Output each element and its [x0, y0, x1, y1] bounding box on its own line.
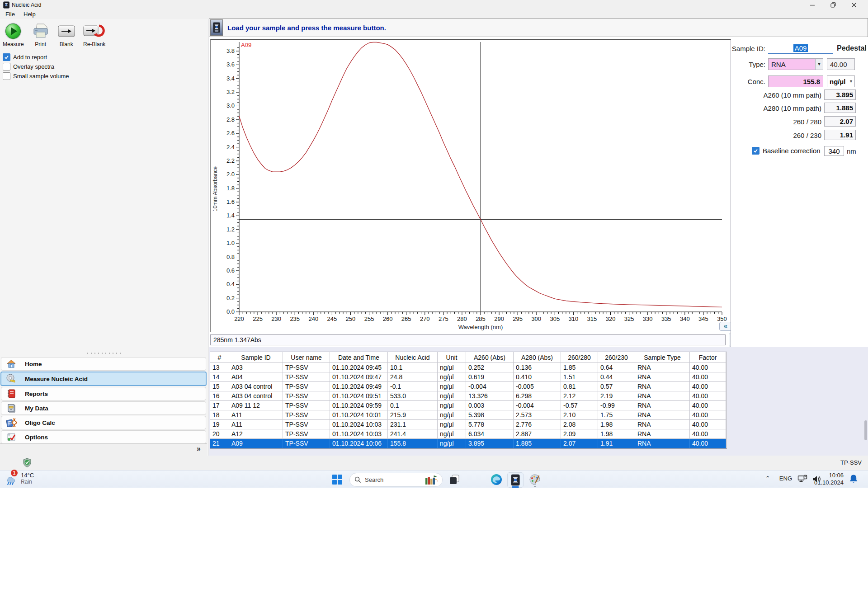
table-cell: 01.10.2024 10:03 [330, 429, 388, 439]
table-header-cell[interactable]: 260/280 [561, 352, 598, 363]
start-button[interactable] [330, 472, 345, 487]
print-button[interactable]: Print [29, 20, 52, 48]
close-button[interactable] [844, 0, 864, 10]
table-cell: ng/µl [438, 391, 466, 401]
type-dropdown[interactable]: RNA ▼ [768, 58, 823, 70]
sidebar-item-my-data[interactable]: My Data [1, 401, 206, 415]
table-row[interactable]: 16A03 04 controlTP-SSV01.10.2024 09:5153… [210, 391, 726, 401]
baseline-unit-label: nm [847, 147, 860, 155]
sidebar-item-reports[interactable]: Reports [1, 387, 206, 400]
checkbox-checked-icon [3, 53, 10, 61]
table-header-cell[interactable]: 260/230 [598, 352, 635, 363]
table-header-cell[interactable]: Unit [438, 352, 466, 363]
spectrum-chart[interactable]: 2202252302352402452502552602652702752802… [210, 39, 733, 332]
table-cell: 1.51 [561, 372, 598, 382]
table-header-cell[interactable]: Sample ID [229, 352, 283, 363]
taskbar-search[interactable]: Search [349, 473, 443, 487]
table-cell: 3.895 [466, 439, 514, 448]
overlay-spectra-checkbox[interactable]: Overlay spectra [3, 62, 69, 71]
table-header-cell[interactable]: Nucleic Acid [388, 352, 438, 363]
svg-text:350: 350 [717, 315, 727, 322]
edge-browser-button[interactable] [489, 472, 504, 487]
table-row[interactable]: 18A11TP-SSV01.10.2024 10:01215.9ng/µl5.3… [210, 410, 726, 420]
sidebar-expand-bar[interactable]: » [0, 443, 207, 456]
ratio-260-230-field: 1.91 [824, 130, 856, 140]
table-row[interactable]: 19A11TP-SSV01.10.2024 10:03231.1ng/µl5.7… [210, 420, 726, 429]
svg-text:1.8: 1.8 [226, 185, 235, 192]
collapse-panel-button[interactable]: « [719, 322, 732, 331]
table-header-cell[interactable]: User name [283, 352, 330, 363]
restore-button[interactable] [823, 0, 844, 10]
sidebar-item-label: Options [25, 434, 48, 441]
task-view-button[interactable] [447, 472, 462, 487]
measure-button[interactable]: Measure [1, 20, 26, 48]
table-cell: A11 [229, 420, 283, 429]
table-row[interactable]: 17A09 11 12TP-SSV01.10.2024 09:590.1ng/µ… [210, 401, 726, 410]
baseline-correction-label: Baseline correction [763, 147, 821, 155]
a260-value: 3.895 [836, 91, 855, 99]
conc-unit-dropdown[interactable]: ng/µl ▼ [827, 75, 855, 87]
table-row[interactable]: 21A09TP-SSV01.10.2024 10:06155.8ng/µl3.8… [210, 439, 726, 448]
sidebar-item-measure-nucleic-acid[interactable]: Measure Nucleic Acid [0, 372, 207, 386]
svg-text:285: 285 [476, 315, 486, 322]
type-value: RNA [769, 61, 786, 68]
table-header-cell[interactable]: A280 (Abs) [514, 352, 561, 363]
table-row[interactable]: 15A03 04 controlTP-SSV01.10.2024 09:49-0… [210, 382, 726, 391]
table-row[interactable]: 20A12TP-SSV01.10.2024 10:03241.4ng/µl6.0… [210, 429, 726, 439]
window-title: Nucleic Acid [12, 2, 41, 8]
table-cell: 40.00 [690, 410, 726, 420]
table-header-cell[interactable]: Date and Time [330, 352, 388, 363]
table-cell: TP-SSV [283, 401, 330, 410]
table-cell: 0.619 [466, 372, 514, 382]
table-scrollbar-thumb[interactable] [864, 420, 867, 440]
paint-app-button[interactable] [527, 472, 542, 487]
menu-help[interactable]: Help [24, 11, 36, 18]
table-cell: ng/µl [438, 372, 466, 382]
tray-chevron-up-icon[interactable]: ⌃ [765, 475, 770, 482]
sample-id-input[interactable]: A09 [768, 42, 833, 54]
sidebar-item-options[interactable]: Options [1, 430, 206, 444]
measure-play-icon [4, 21, 23, 41]
table-cell: 1.91 [598, 439, 635, 448]
table-header-cell[interactable]: Factor [690, 352, 726, 363]
small-sample-volume-checkbox[interactable]: Small sample volume [3, 71, 69, 81]
table-cell: 1.98 [598, 429, 635, 439]
network-icon[interactable] [797, 475, 807, 484]
table-header-cell[interactable]: Sample Type [635, 352, 690, 363]
table-cell: 155.8 [388, 439, 438, 448]
baseline-correction-checkbox[interactable]: Baseline correction [752, 147, 821, 155]
language-indicator[interactable]: ENG [779, 475, 792, 482]
minimize-button[interactable] [802, 0, 823, 10]
menu-file[interactable]: File [5, 11, 15, 18]
weather-widget[interactable]: 1 14°C Rain [5, 471, 34, 485]
add-to-report-checkbox[interactable]: Add to report [3, 52, 69, 62]
svg-text:1.6: 1.6 [226, 198, 235, 205]
blank-button[interactable]: Blank [56, 20, 77, 48]
clock[interactable]: 10:06 01.10.2024 [814, 472, 844, 486]
baseline-wavelength-input[interactable]: 340 [824, 146, 844, 156]
svg-text:325: 325 [624, 315, 634, 322]
tray-time: 10:06 [814, 472, 844, 479]
panel-splitter-grip[interactable] [86, 352, 122, 354]
nucleic-acid-app-button[interactable] [507, 472, 524, 488]
instruction-bar: Load your sample and press the measure b… [209, 18, 868, 37]
table-cell: 40.00 [690, 401, 726, 410]
svg-text:315: 315 [587, 315, 597, 322]
sidebar-item-oligo-calc[interactable]: Oligo Calc [1, 416, 206, 429]
table-header-cell[interactable]: # [210, 352, 229, 363]
table-cell: A09 [229, 439, 283, 448]
conc-field[interactable]: 155.8 [768, 75, 823, 87]
table-cell: RNA [635, 439, 690, 448]
table-row[interactable]: 13A03TP-SSV01.10.2024 09:4510.1ng/µl0.25… [210, 363, 726, 372]
table-header-cell[interactable]: A260 (Abs) [466, 352, 514, 363]
table-cell: 2.07 [561, 439, 598, 448]
notification-bell-icon[interactable] [849, 474, 858, 484]
app-status-bar: TP-SSV [0, 456, 868, 470]
table-cell: 15 [210, 382, 229, 391]
reblank-button[interactable]: Re-Blank [81, 20, 108, 48]
table-cell: ng/µl [438, 401, 466, 410]
table-row[interactable]: 14A04TP-SSV01.10.2024 09:4724.8ng/µl0.61… [210, 372, 726, 382]
blank-arrow-icon [57, 21, 75, 41]
sidebar-item-home[interactable]: Home [1, 357, 206, 371]
svg-text:2.6: 2.6 [226, 130, 235, 136]
